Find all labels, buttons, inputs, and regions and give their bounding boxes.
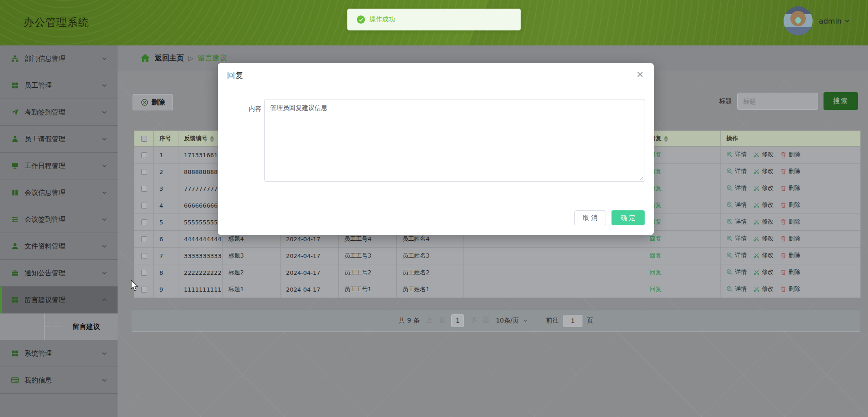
sidebar-item-10[interactable]: 系统管理 xyxy=(0,340,118,367)
sidebar-item-5[interactable]: 会议信息管理 xyxy=(0,179,118,206)
row-checkbox[interactable] xyxy=(141,219,147,225)
search-button[interactable]: 搜索 xyxy=(824,92,858,110)
row-checkbox[interactable] xyxy=(141,270,147,276)
row-checkbox[interactable] xyxy=(141,203,147,208)
cell-actions: 详情修改删除 xyxy=(721,180,861,197)
detail-button[interactable]: 详情 xyxy=(726,184,747,192)
edit-button[interactable]: 修改 xyxy=(753,201,774,209)
tree-dots xyxy=(44,327,64,327)
goto-page-input[interactable] xyxy=(563,315,582,327)
column-header-2[interactable]: 反馈编号 xyxy=(178,131,223,147)
chevron-down-icon xyxy=(844,18,850,24)
reply-link[interactable]: 回复 xyxy=(650,269,661,276)
search-input[interactable] xyxy=(737,93,818,110)
book-icon xyxy=(11,189,19,197)
reply-link[interactable]: 回复 xyxy=(650,252,661,259)
row-delete-button[interactable]: 删除 xyxy=(780,150,800,159)
sidebar-item-11[interactable]: 我的信息 xyxy=(0,367,118,394)
prev-page-button[interactable]: 上一页 xyxy=(426,317,445,325)
user-menu[interactable]: admin xyxy=(784,6,850,35)
username[interactable]: admin xyxy=(819,17,850,25)
trash-icon xyxy=(780,286,787,293)
reply-link[interactable]: 回复 xyxy=(650,235,661,242)
edit-button[interactable]: 修改 xyxy=(753,150,774,159)
sort-carets-icon[interactable] xyxy=(210,136,214,142)
reply-link[interactable]: 回复 xyxy=(650,286,661,293)
row-delete-button[interactable]: 删除 xyxy=(780,251,800,259)
detail-button[interactable]: 详情 xyxy=(726,285,747,293)
sidebar-item-6[interactable]: 会议签到管理 xyxy=(0,206,118,233)
detail-button[interactable]: 详情 xyxy=(726,234,747,243)
edit-button[interactable]: 修改 xyxy=(753,184,774,192)
sidebar-item-label: 系统管理 xyxy=(25,349,101,358)
row-checkbox[interactable] xyxy=(141,287,147,293)
sidebar-item-3[interactable]: 员工请假管理 xyxy=(0,126,118,153)
edit-button[interactable]: 修改 xyxy=(753,218,774,226)
sidebar-item-8[interactable]: 通知公告管理 xyxy=(0,260,118,287)
cell-index: 6 xyxy=(154,231,178,248)
row-delete-button[interactable]: 删除 xyxy=(780,268,800,276)
page-size-select[interactable]: 10条/页 xyxy=(496,317,528,325)
detail-button[interactable]: 详情 xyxy=(726,251,747,259)
row-delete-button[interactable]: 删除 xyxy=(780,234,800,243)
cell-date: 2024-04-17 xyxy=(281,248,339,264)
detail-button[interactable]: 详情 xyxy=(726,268,747,276)
next-page-button[interactable]: 下一页 xyxy=(470,317,489,325)
sidebar-item-2[interactable]: 考勤签到管理 xyxy=(0,99,118,126)
sidebar-item-label: 留言建议管理 xyxy=(25,296,101,304)
sort-carets-icon[interactable] xyxy=(664,136,668,142)
breadcrumb-current[interactable]: 留言建议 xyxy=(198,54,227,63)
sidebar-item-7[interactable]: 文件资料管理 xyxy=(0,233,118,260)
edit-button[interactable]: 修改 xyxy=(753,251,774,259)
row-checkbox[interactable] xyxy=(141,236,147,242)
sidebar-item-4[interactable]: 工作日程管理 xyxy=(0,153,118,179)
search-area: 标题 搜索 xyxy=(719,92,858,110)
row-checkbox[interactable] xyxy=(141,253,147,259)
confirm-button[interactable]: 确 定 xyxy=(612,210,645,225)
sidebar-subitem-9-0[interactable]: 留言建议 xyxy=(0,313,118,340)
delete-button[interactable]: 删除 xyxy=(133,94,173,110)
page-number-button[interactable]: 1 xyxy=(451,314,464,327)
edit-button[interactable]: 修改 xyxy=(753,234,774,243)
sidebar-item-label: 工作日程管理 xyxy=(25,162,101,170)
detail-button[interactable]: 详情 xyxy=(726,150,747,159)
cell-actions: 详情修改删除 xyxy=(721,264,861,281)
home-icon[interactable] xyxy=(140,53,150,63)
search-doc-icon xyxy=(726,269,733,276)
chevron-down-icon xyxy=(101,82,108,89)
pagination-total: 共 9 条 xyxy=(399,317,419,325)
row-checkbox[interactable] xyxy=(141,186,147,192)
sidebar-item-1[interactable]: 员工管理 xyxy=(0,72,118,99)
row-checkbox[interactable] xyxy=(141,169,147,175)
cell-feedback-no: 6666666666 xyxy=(178,197,223,214)
row-delete-button[interactable]: 删除 xyxy=(780,184,800,192)
detail-button[interactable]: 详情 xyxy=(726,167,747,175)
close-icon[interactable]: × xyxy=(635,69,646,79)
tools-icon xyxy=(753,269,760,276)
cell-emp-no: 员工工号2 xyxy=(339,264,397,281)
breadcrumb-home[interactable]: 返回主页 xyxy=(155,54,184,63)
sidebar-item-9[interactable]: 留言建议管理 xyxy=(0,287,118,313)
row-delete-button[interactable]: 删除 xyxy=(780,285,800,293)
edit-button[interactable]: 修改 xyxy=(753,268,774,276)
trash-icon xyxy=(780,218,787,225)
cell-reply-content xyxy=(464,248,644,264)
edit-button[interactable]: 修改 xyxy=(753,167,774,175)
chevron-down-icon xyxy=(523,318,528,323)
row-delete-button[interactable]: 删除 xyxy=(780,218,800,226)
trash-icon xyxy=(780,185,787,192)
search-doc-icon xyxy=(726,168,733,175)
pagination: 共 9 条 上一页 1 下一页 10条/页 前往 页 xyxy=(132,310,860,332)
row-delete-button[interactable]: 删除 xyxy=(780,167,800,175)
cancel-button[interactable]: 取 消 xyxy=(574,210,606,225)
detail-button[interactable]: 详情 xyxy=(726,201,747,209)
avatar[interactable] xyxy=(784,6,813,35)
edit-button[interactable]: 修改 xyxy=(753,285,774,293)
row-delete-button[interactable]: 删除 xyxy=(780,201,800,209)
column-header-8[interactable]: 回复 xyxy=(644,131,721,147)
reply-content-textarea[interactable]: 管理员回复建议信息 xyxy=(264,99,645,182)
row-checkbox[interactable] xyxy=(141,152,147,158)
select-all-checkbox[interactable] xyxy=(141,136,147,142)
sidebar-item-0[interactable]: 部门信息管理 xyxy=(0,45,118,72)
detail-button[interactable]: 详情 xyxy=(726,218,747,226)
